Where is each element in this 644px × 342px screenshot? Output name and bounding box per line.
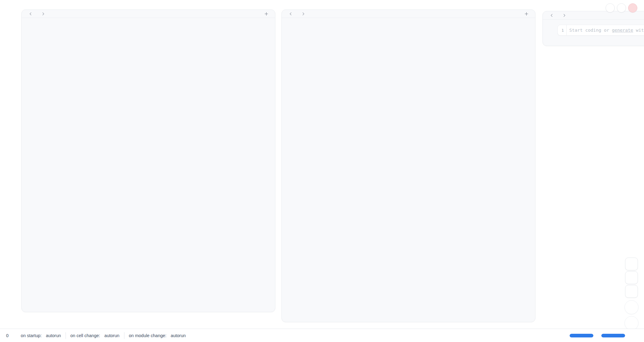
stop-button[interactable]: [624, 300, 639, 314]
left-sidebar: [0, 0, 17, 329]
line-number: 1: [558, 25, 567, 35]
autorun-value: autorun: [104, 333, 119, 338]
save-button[interactable]: [625, 258, 638, 270]
column-move-left-button[interactable]: [27, 10, 34, 17]
autorun-on-module-change[interactable]: on module change: autorun: [124, 331, 193, 340]
column-move-right-button[interactable]: [560, 12, 568, 19]
run-button[interactable]: [624, 316, 639, 330]
autorun-value: autorun: [46, 333, 61, 338]
placeholder-text: with AI: [633, 28, 644, 33]
scratchpad-cell[interactable]: 1 Start coding or generate with AI: [557, 25, 644, 36]
scratch-header: [543, 11, 644, 20]
scratch-column-panel: 1 Start coding or generate with AI: [542, 11, 644, 46]
column-panel-1: [21, 9, 275, 312]
cpu-usage-bar: [601, 334, 625, 337]
column-move-right-button[interactable]: [299, 10, 307, 17]
autorun-on-startup[interactable]: on startup: autorun: [16, 331, 66, 340]
settings-button[interactable]: [617, 3, 626, 12]
generate-link[interactable]: generate: [612, 28, 633, 33]
autorun-value: autorun: [171, 333, 186, 338]
column-1-header: [22, 10, 275, 18]
menu-button[interactable]: [606, 3, 615, 12]
column-2-header: [282, 10, 535, 18]
resource-indicators: [566, 334, 640, 337]
autorun-label: on module change:: [129, 333, 166, 338]
layout-button[interactable]: [625, 271, 638, 284]
memory-usage-bar: [570, 334, 593, 337]
close-button[interactable]: [628, 3, 637, 12]
autorun-label: on cell change:: [70, 333, 100, 338]
status-bar: 0 on startup: autorun on cell change: au…: [0, 329, 644, 342]
window-controls: [606, 3, 637, 12]
add-cell-button[interactable]: [262, 10, 270, 17]
column-move-right-button[interactable]: [39, 10, 47, 17]
floating-actions: [624, 258, 639, 330]
add-cell-button[interactable]: [522, 10, 530, 17]
column-move-left-button[interactable]: [287, 10, 295, 17]
placeholder-text: Start coding or: [569, 28, 612, 33]
column-move-left-button[interactable]: [548, 12, 556, 19]
command-palette-button[interactable]: [625, 285, 638, 298]
autorun-on-cell-change[interactable]: on cell change: autorun: [66, 331, 124, 340]
scratchpad-placeholder: Start coding or generate with AI: [567, 25, 644, 35]
errors-indicator[interactable]: 0: [4, 333, 9, 338]
autorun-label: on startup:: [21, 333, 42, 338]
column-panel-2: [281, 9, 535, 322]
error-count: 0: [6, 333, 9, 338]
